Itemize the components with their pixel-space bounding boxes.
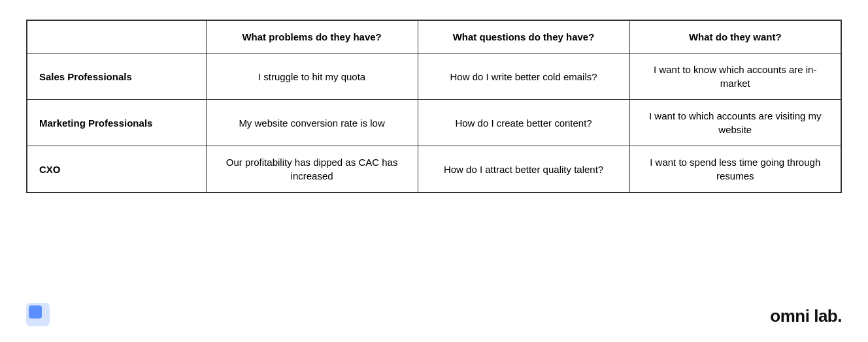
table-row: CXO Our profitability has dipped as CAC … xyxy=(27,146,841,193)
persona-cxo: CXO xyxy=(27,146,206,193)
persona-sales: Sales Professionals xyxy=(27,54,206,100)
problems-marketing: My website conversion rate is low xyxy=(206,100,418,146)
table-row: Sales Professionals I struggle to hit my… xyxy=(27,54,841,100)
page-container: What problems do they have? What questio… xyxy=(0,0,868,342)
questions-cxo: How do I attract better quality talent? xyxy=(418,146,629,193)
footer: omni lab. xyxy=(26,303,842,329)
header-questions: What questions do they have? xyxy=(418,20,629,54)
table-header-row: What problems do they have? What questio… xyxy=(27,20,841,54)
questions-marketing: How do I create better content? xyxy=(418,100,629,146)
wants-marketing: I want to which accounts are visiting my… xyxy=(629,100,841,146)
header-wants: What do they want? xyxy=(629,20,841,54)
header-persona xyxy=(27,20,206,54)
problems-cxo: Our profitability has dipped as CAC has … xyxy=(206,146,418,193)
table-row: Marketing Professionals My website conve… xyxy=(27,100,841,146)
table-wrapper: What problems do they have? What questio… xyxy=(26,20,842,193)
wants-cxo: I want to spend less time going through … xyxy=(629,146,841,193)
brand-logo-text: omni lab. xyxy=(770,306,842,326)
header-problems: What problems do they have? xyxy=(206,20,418,54)
wants-sales: I want to know which accounts are in-mar… xyxy=(629,54,841,100)
problems-sales: I struggle to hit my quota xyxy=(206,54,418,100)
svg-rect-1 xyxy=(29,305,42,319)
persona-marketing: Marketing Professionals xyxy=(27,100,206,146)
persona-table: What problems do they have? What questio… xyxy=(26,20,842,193)
questions-sales: How do I write better cold emails? xyxy=(418,54,629,100)
logo-icon xyxy=(26,303,50,329)
